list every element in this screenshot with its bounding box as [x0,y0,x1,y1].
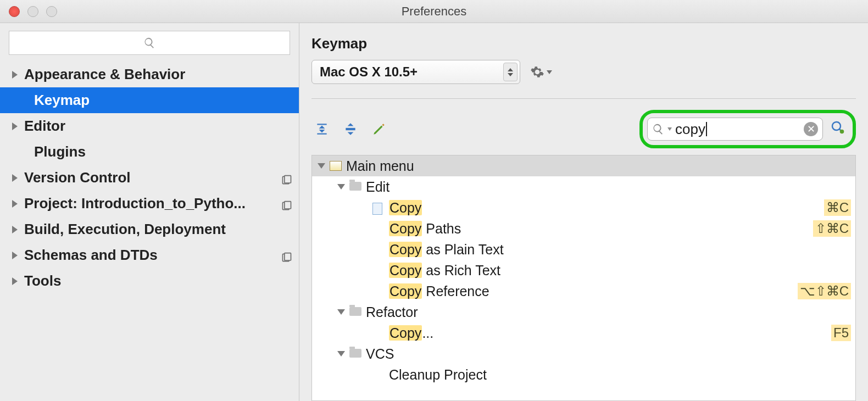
project-scope-icon [281,198,292,209]
svg-rect-5 [285,253,291,260]
chevron-down-icon [667,127,672,131]
expand-all-button[interactable] [314,121,330,137]
edit-shortcut-button[interactable] [371,121,387,137]
tree-group-label: Edit [366,179,390,195]
chevron-right-icon [12,71,18,79]
match-highlight: Copy [389,283,422,299]
keymap-toolbar: copy ✕ [311,104,868,155]
chevron-right-icon [12,252,18,259]
stepper-icon [503,63,518,81]
divider [311,98,856,99]
chevron-right-icon [12,200,18,208]
search-highlight: copy ✕ [639,110,856,148]
chevron-down-icon [318,163,325,169]
tree-action-cleanup-project[interactable]: Cleanup Project [312,364,855,385]
action-tree[interactable]: Main menu Edit Copy ⌘C Copy Paths ⇧⌘C [311,155,856,401]
nav-label: Plugins [34,143,86,160]
match-highlight: Copy [389,242,422,257]
nav-label: Project: Introduction_to_Pytho... [24,195,246,212]
nav-label: Appearance & Behavior [24,66,185,83]
project-scope-icon [281,172,292,183]
nav-build-execution-deployment[interactable]: Build, Execution, Deployment [0,216,299,242]
window-title: Preferences [0,4,868,19]
svg-rect-1 [285,175,291,182]
tree-root-label: Main menu [346,158,414,174]
action-label: as Rich Text [422,263,500,278]
search-icon [652,123,664,135]
nav-label: Editor [24,118,65,135]
find-by-shortcut-button[interactable] [830,119,846,139]
nav-label: Version Control [24,169,131,186]
tree-action-refactor-copy[interactable]: Copy... F5 [312,322,855,343]
chevron-right-icon [12,277,18,285]
tree-action-copy-reference[interactable]: Copy Reference ⌥⇧⌘C [312,281,855,302]
svg-rect-3 [285,201,291,208]
nav-tools[interactable]: Tools [0,268,299,294]
chevron-down-icon [337,309,345,315]
match-highlight: Copy [389,200,422,215]
menu-icon [330,161,342,171]
project-scope-icon [281,250,292,261]
nav-version-control[interactable]: Version Control [0,165,299,191]
action-label: Cleanup Project [389,367,487,382]
action-label: Reference [422,283,489,299]
settings-sidebar: Appearance & Behavior Keymap Editor Plug… [0,23,299,401]
shortcut-badge: F5 [831,325,851,341]
nav-editor[interactable]: Editor [0,113,299,139]
gear-icon [530,65,544,79]
clear-search-button[interactable]: ✕ [804,122,818,136]
nav-label: Schemas and DTDs [24,247,158,264]
keymap-actions-button[interactable] [530,65,552,79]
action-label: Paths [422,221,461,236]
chevron-down-icon [547,70,552,74]
nav-plugins[interactable]: Plugins [0,139,299,165]
nav-project[interactable]: Project: Introduction_to_Pytho... [0,191,299,216]
folder-icon [349,182,361,192]
select-value: Mac OS X 10.5+ [320,64,418,80]
nav-label: Tools [24,272,61,289]
chevron-down-icon [337,351,345,357]
shortcut-badge: ⌘C [824,199,851,216]
chevron-right-icon [12,226,18,233]
nav-label: Keymap [34,92,90,109]
match-highlight: Copy [389,221,422,236]
action-label: ... [422,325,433,341]
tree-action-copy-rich[interactable]: Copy as Rich Text [312,260,855,281]
page-title: Keymap [311,35,868,52]
nav-label: Build, Execution, Deployment [24,221,226,238]
tree-action-copy[interactable]: Copy ⌘C [312,197,855,218]
tree-group-vcs[interactable]: VCS [312,343,855,364]
nav-schemas-dtds[interactable]: Schemas and DTDs [0,242,299,268]
main-panel: Keymap Mac OS X 10.5+ [299,23,868,401]
tree-group-refactor[interactable]: Refactor [312,302,855,322]
file-icon [372,203,385,213]
chevron-right-icon [12,174,18,182]
shortcut-badge: ⇧⌘C [813,220,851,237]
search-value: copy [675,121,705,138]
chevron-right-icon [12,122,18,130]
sidebar-search-input[interactable] [9,31,290,55]
match-highlight: Copy [389,325,422,341]
match-highlight: Copy [389,263,422,278]
settings-nav: Appearance & Behavior Keymap Editor Plug… [0,60,299,401]
nav-keymap[interactable]: Keymap [0,87,299,113]
keymap-scheme-select[interactable]: Mac OS X 10.5+ [311,60,520,84]
action-search-box[interactable]: copy ✕ [647,118,823,141]
tree-action-copy-plain[interactable]: Copy as Plain Text [312,239,855,260]
folder-icon [349,307,361,317]
titlebar: Preferences [0,0,868,23]
folder-icon [349,349,361,359]
search-icon [143,37,155,49]
tree-root-row[interactable]: Main menu [312,155,855,176]
collapse-all-button[interactable] [342,121,359,137]
tree-group-label: Refactor [366,304,418,320]
tree-action-copy-paths[interactable]: Copy Paths ⇧⌘C [312,218,855,239]
tree-group-label: VCS [366,346,394,362]
chevron-down-icon [337,184,345,190]
svg-point-7 [840,130,844,134]
text-cursor [706,122,707,136]
shortcut-badge: ⌥⇧⌘C [798,283,851,299]
tree-group-edit[interactable]: Edit [312,176,855,197]
action-label: as Plain Text [422,242,503,257]
nav-appearance-behavior[interactable]: Appearance & Behavior [0,62,299,87]
